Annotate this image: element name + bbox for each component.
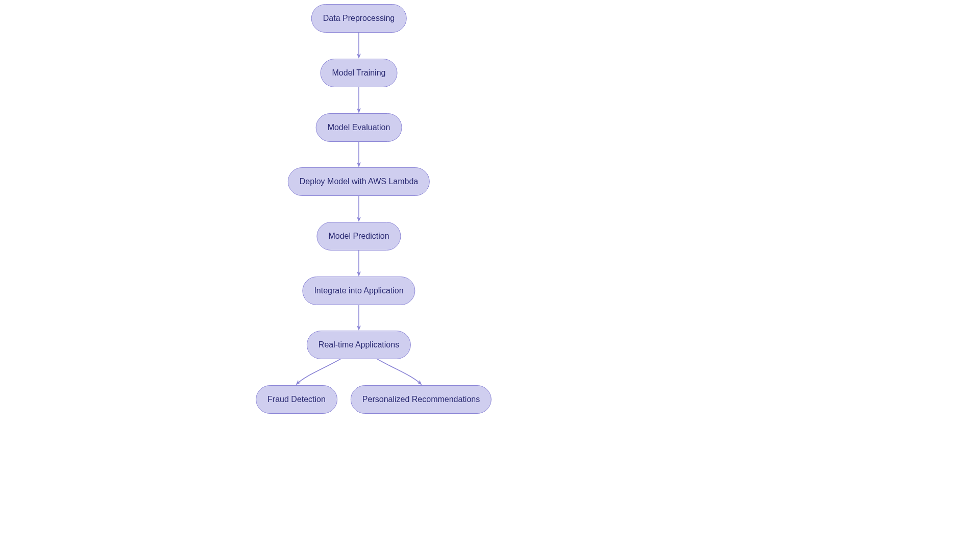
node-fraud-detection[interactable]: Fraud Detection	[256, 385, 337, 414]
node-label: Real-time Applications	[318, 341, 399, 349]
node-deploy-lambda[interactable]: Deploy Model with AWS Lambda	[288, 167, 430, 196]
node-personalized-recommendations[interactable]: Personalized Recommendations	[351, 385, 492, 414]
node-label: Personalized Recommendations	[362, 395, 480, 404]
node-model-evaluation[interactable]: Model Evaluation	[316, 113, 402, 142]
edges-layer	[0, 0, 980, 551]
node-label: Model Training	[332, 69, 386, 77]
node-model-training[interactable]: Model Training	[321, 59, 398, 87]
node-label: Fraud Detection	[267, 395, 326, 404]
node-integrate-application[interactable]: Integrate into Application	[302, 277, 415, 305]
edge-realtime-to-recs	[376, 358, 421, 384]
node-label: Integrate into Application	[314, 287, 403, 295]
node-label: Model Prediction	[328, 232, 389, 240]
flowchart-canvas: Data Preprocessing Model Training Model …	[0, 0, 980, 551]
node-label: Deploy Model with AWS Lambda	[300, 178, 418, 186]
node-model-prediction[interactable]: Model Prediction	[316, 222, 401, 251]
edge-realtime-to-fraud	[297, 358, 342, 384]
node-label: Model Evaluation	[328, 123, 390, 132]
node-data-preprocessing[interactable]: Data Preprocessing	[311, 4, 407, 33]
node-realtime-applications[interactable]: Real-time Applications	[307, 331, 411, 359]
node-label: Data Preprocessing	[323, 14, 395, 22]
